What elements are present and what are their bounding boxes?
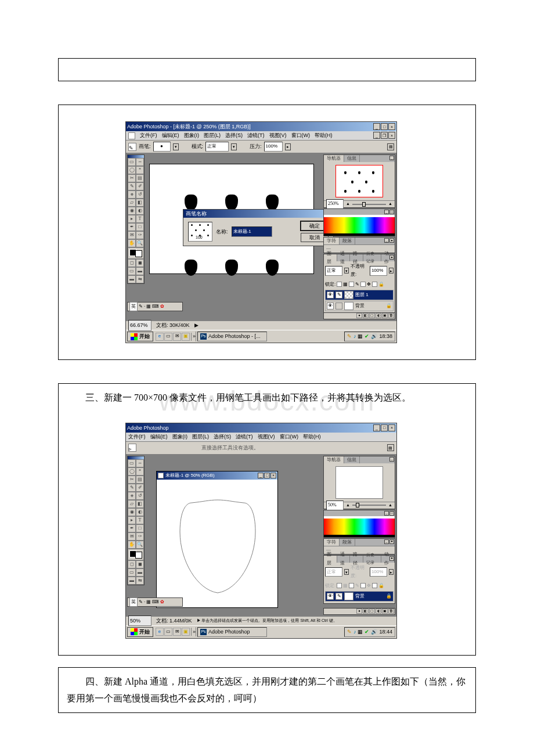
color-panel-close-icon[interactable]: □	[389, 511, 394, 516]
ime-icon3[interactable]: ▦	[146, 598, 151, 606]
menu-layer[interactable]: 图层(L)	[204, 131, 221, 140]
paragraph-tab[interactable]: 段落	[340, 539, 355, 546]
status-zoom[interactable]: 50%	[128, 615, 151, 626]
tray-icon-3[interactable]: ▦	[358, 332, 363, 341]
pressure-field[interactable]: 100%	[264, 142, 283, 151]
doc-titlebar[interactable]: 未标题-1 @ 50% (RGB) _ □ ×	[157, 471, 277, 480]
ql-desktop-icon[interactable]: ▭	[164, 333, 172, 341]
ime-icon3[interactable]: ▦	[146, 303, 151, 311]
tray-icon-2[interactable]: ♪	[353, 627, 356, 636]
zoom-out-icon[interactable]: ▲	[346, 200, 350, 208]
marquee-tool-icon[interactable]: ▭	[128, 459, 136, 467]
visibility-icon[interactable]: 👁	[327, 291, 334, 298]
brush-dropdown[interactable]: ▾	[173, 143, 179, 150]
menu-image[interactable]: 图象(I)	[184, 131, 200, 140]
menu-edit[interactable]: 编辑(E)	[162, 131, 179, 140]
ime-bar[interactable]: 英 ✎ · ▦ ⌨ ✿	[127, 302, 183, 311]
link-icon[interactable]: ✎	[335, 593, 342, 600]
menu-view[interactable]: 视图(V)	[269, 131, 287, 140]
delete-layer-icon[interactable]: 🗑	[388, 313, 394, 318]
mode-qmask-icon[interactable]: ◼	[136, 560, 144, 568]
status-zoom[interactable]: 66.67%	[128, 320, 151, 330]
ime-bar[interactable]: 英 ✎ · ▦ ⌨ ✿	[127, 597, 183, 607]
doc-min-button[interactable]: _	[258, 473, 264, 478]
screen-full2-icon[interactable]: ▬	[128, 577, 136, 585]
blend-mode[interactable]: 正常	[325, 567, 342, 577]
opacity-value[interactable]: 100%	[370, 567, 387, 577]
notes-tool-icon[interactable]: ✉	[128, 532, 136, 541]
visibility-icon[interactable]: 👁	[327, 593, 334, 600]
type-tool-icon[interactable]: T	[136, 215, 144, 223]
hand-tool-icon[interactable]: ✋	[128, 239, 136, 247]
layers-panel-menu-icon[interactable]: ●	[389, 255, 394, 260]
eyedropper-icon[interactable]: ✑	[136, 231, 144, 239]
blend-drop-icon[interactable]: ▾	[344, 268, 349, 273]
adjust-layer-icon[interactable]: ◐	[376, 609, 381, 614]
tray-icon-1[interactable]: ✎	[347, 627, 352, 636]
close-button[interactable]: ×	[388, 123, 395, 130]
panel-min-icon[interactable]: _	[389, 457, 394, 462]
layer-set-icon[interactable]: ▢	[369, 609, 375, 614]
tray-icon-1[interactable]: ✎	[347, 332, 352, 341]
ql-ie-icon[interactable]: e	[156, 333, 164, 341]
jump-ir-icon[interactable]: ⇆	[136, 275, 144, 283]
ql-folder-icon[interactable]: ▣	[182, 333, 190, 341]
delete-layer-icon[interactable]: 🗑	[388, 609, 394, 614]
close-button[interactable]: ×	[388, 424, 395, 431]
hand-tool-icon[interactable]: ✋	[128, 541, 136, 549]
jump-ir-icon[interactable]: ⇆	[136, 577, 144, 585]
panel-min-icon[interactable]: _	[389, 156, 394, 160]
zoom-pct[interactable]: 250%	[326, 199, 344, 208]
zoom-slider[interactable]	[352, 505, 386, 506]
task-button[interactable]: Ps Adobe Photoshop	[197, 627, 267, 637]
history-tab[interactable]: 历史记录	[363, 254, 381, 261]
tray-icon-4[interactable]: ✔	[365, 627, 369, 636]
pen-tool-icon[interactable]: ✒	[128, 223, 136, 231]
menu-file[interactable]: 文件(F)	[140, 131, 157, 140]
blur-tool-icon[interactable]: ◉	[128, 207, 136, 215]
ql-oe-icon[interactable]: ✉	[173, 333, 181, 341]
crop-tool-icon[interactable]: ✂	[128, 174, 136, 182]
ime-icon5[interactable]: ✿	[160, 598, 164, 606]
wand-tool-icon[interactable]: *	[136, 467, 144, 476]
navigator-thumbnail[interactable]	[335, 466, 383, 499]
color-swatches[interactable]	[128, 247, 144, 259]
background-color[interactable]	[135, 250, 142, 257]
zoom-in-icon[interactable]: ▲	[388, 502, 392, 509]
info-tab[interactable]: 信息	[344, 155, 360, 162]
type-tool-icon[interactable]: T	[136, 516, 144, 524]
tray-icon-5[interactable]: 🔊	[371, 627, 377, 636]
ime-lang[interactable]: 英	[129, 302, 138, 311]
path-select-icon[interactable]: ▸	[128, 215, 136, 223]
move-tool-icon[interactable]: ↔	[136, 459, 144, 467]
color-spectrum[interactable]	[324, 516, 395, 537]
channels-tab[interactable]: 通道	[337, 556, 351, 563]
lasso-tool-icon[interactable]: ◯	[128, 467, 136, 476]
start-button[interactable]: 开始	[127, 332, 153, 341]
color-spectrum[interactable]	[324, 215, 395, 236]
tray-icon-4[interactable]: ✔	[365, 332, 369, 341]
ql-oe-icon[interactable]: ✉	[173, 628, 181, 636]
dodge-tool-icon[interactable]: ◐	[136, 207, 144, 215]
mode-std-icon[interactable]: ◻	[128, 560, 136, 568]
brush-tool-icon[interactable]: ✎	[128, 182, 136, 190]
eraser-tool-icon[interactable]: ▱	[128, 500, 136, 508]
doc-close-button[interactable]: ×	[270, 473, 276, 478]
crop-tool-icon[interactable]: ✂	[128, 476, 136, 484]
layer-style-icon[interactable]: ●	[356, 609, 362, 614]
paths-tab[interactable]: 路径	[350, 556, 363, 563]
ql-ie-icon[interactable]: e	[156, 628, 164, 636]
layer-mask-icon[interactable]: ◧	[363, 313, 369, 318]
zoom-in-icon[interactable]: ▲	[388, 200, 392, 208]
pencil-tool-icon[interactable]: ✐	[136, 484, 144, 492]
menu-select[interactable]: 选择(S)	[214, 432, 231, 441]
mode-select[interactable]: 正常	[205, 142, 229, 151]
ql-desktop-icon[interactable]: ▭	[164, 628, 172, 636]
blend-drop-icon[interactable]: ▾	[344, 569, 349, 575]
lock-all-icon[interactable]	[372, 583, 377, 588]
channels-tab[interactable]: 通道	[337, 254, 351, 261]
char-panel-min-icon[interactable]: _	[384, 238, 389, 243]
screen-std-icon[interactable]: ▭	[128, 267, 136, 275]
link-icon[interactable]: ✎	[335, 291, 342, 298]
doc-min-button[interactable]: _	[373, 132, 380, 139]
